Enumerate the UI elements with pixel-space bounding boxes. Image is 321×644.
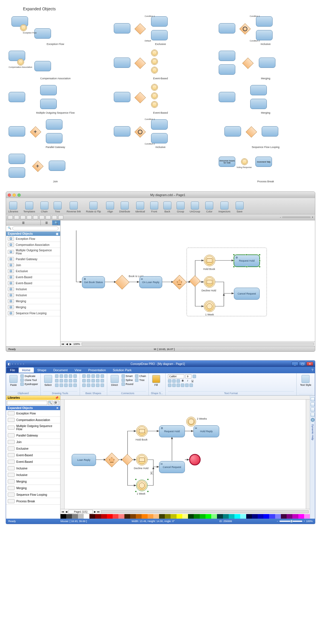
library-item[interactable]: Exception Flow	[6, 410, 60, 417]
library-item[interactable]: Merging	[6, 478, 60, 485]
shape-button[interactable]	[101, 379, 104, 382]
align-middle-button[interactable]	[185, 384, 189, 387]
color-swatch[interactable]	[153, 514, 159, 519]
back-button[interactable]: Back	[163, 202, 171, 213]
italic-button[interactable]: I	[186, 379, 190, 383]
color-swatch[interactable]	[66, 514, 72, 519]
library-item[interactable]: Event-Based	[6, 452, 60, 459]
shape-button[interactable]	[96, 379, 99, 382]
sidebar-item[interactable]: Compensation Association	[6, 242, 60, 248]
sidebar-item[interactable]: Inclusive	[6, 286, 60, 292]
color-swatch[interactable]	[292, 514, 298, 519]
drawing-tool[interactable]	[60, 379, 63, 382]
resize-handle[interactable]	[259, 260, 261, 262]
clone-tool-button[interactable]: Clone Tool	[20, 378, 38, 382]
color-swatch[interactable]	[188, 514, 194, 519]
ribbon-tab-solution-park[interactable]: Solution Park	[109, 368, 135, 373]
color-swatch[interactable]	[130, 514, 136, 519]
tree-button[interactable]: Tree	[135, 378, 146, 382]
pin-icon[interactable]: 📌	[55, 396, 58, 399]
sidebar-item[interactable]: Sequence Flow Looping	[6, 310, 60, 316]
font-grow-icon[interactable]	[193, 375, 196, 378]
align-top-button[interactable]	[181, 384, 184, 387]
zoom-out-icon[interactable]: −	[277, 520, 278, 523]
smart-connector-button[interactable]: Smart	[122, 374, 134, 378]
library-item[interactable]: Sequence Flow Looping	[6, 491, 60, 498]
front-button[interactable]: Front	[150, 202, 158, 213]
ribbon-tab-view[interactable]: View	[71, 368, 85, 373]
timer-event[interactable]	[136, 480, 148, 491]
message-event[interactable]	[204, 276, 215, 288]
drawing-tool[interactable]	[55, 379, 58, 382]
chain-button[interactable]: Chain	[40, 202, 48, 213]
qat-save-icon[interactable]: ▫	[17, 362, 19, 366]
round-connector-button[interactable]: Round	[122, 382, 134, 386]
library-item[interactable]: Event-Based	[6, 459, 60, 465]
drawing-tool[interactable]	[69, 374, 72, 378]
shape-button[interactable]	[87, 374, 90, 378]
ungroup-button[interactable]: UnGroup	[190, 202, 200, 213]
inspectors-button[interactable]: Inspectors	[218, 202, 230, 213]
drawing-tool[interactable]	[60, 374, 63, 378]
sidebar-item[interactable]: Exclusive	[6, 268, 60, 274]
file-tab[interactable]: File	[7, 368, 19, 373]
nav-first-icon[interactable]: ⏮	[62, 343, 64, 345]
vertical-scrollbar[interactable]	[306, 400, 310, 509]
close-button[interactable]: ✕	[306, 362, 313, 366]
sidebar-item[interactable]: Inclusive	[6, 292, 60, 298]
mac-titlebar[interactable]: My diagram.cdd – Page1	[6, 192, 315, 198]
color-swatch[interactable]	[148, 514, 153, 519]
sidebar-item[interactable]: Merging	[6, 304, 60, 310]
color-swatch[interactable]	[275, 514, 281, 519]
text-color-button[interactable]	[168, 379, 171, 383]
library-item[interactable]: Join	[6, 439, 60, 445]
task-get-book-status[interactable]: ⚙Get Book Status	[82, 276, 105, 288]
zoom-icon[interactable]	[17, 193, 21, 197]
shape-button[interactable]	[91, 379, 95, 382]
zoom-slider[interactable]	[279, 521, 302, 522]
color-swatch[interactable]	[72, 514, 78, 519]
shape-button[interactable]	[101, 374, 104, 378]
sidebar-item[interactable]: Exception Flow	[6, 236, 60, 242]
color-swatch[interactable]	[118, 514, 124, 519]
maximize-button[interactable]: ▢	[299, 362, 306, 366]
dynamic-help-tab[interactable]: Dynamic Help	[311, 423, 314, 441]
chain-button[interactable]: Chain	[135, 374, 146, 378]
shape-button[interactable]	[82, 384, 86, 387]
library-item[interactable]: Multiple Outgoing Sequence Flow	[6, 423, 60, 432]
color-swatch[interactable]	[182, 514, 188, 519]
eyedropper-button[interactable]: Eyedropper	[20, 382, 38, 386]
color-swatch[interactable]	[252, 514, 258, 519]
shape-button[interactable]	[91, 384, 95, 387]
tool-button[interactable]	[20, 215, 26, 219]
library-item[interactable]: Inclusive	[6, 465, 60, 472]
qat-new-icon[interactable]: ▫	[12, 362, 13, 366]
tool-button[interactable]	[14, 215, 19, 219]
sidebar-item[interactable]: Parallel Gateway	[6, 256, 60, 262]
message-event[interactable]	[136, 454, 148, 465]
library-item[interactable]: Merging	[6, 485, 60, 491]
resize-handle[interactable]	[246, 266, 248, 268]
mac-canvas[interactable]: ⚙Get Book Status Book is Loan ✉On Loan R…	[60, 220, 315, 346]
tool-button[interactable]	[39, 215, 44, 219]
end-event[interactable]	[189, 454, 201, 465]
color-swatch[interactable]	[101, 514, 107, 519]
color-swatch[interactable]	[234, 514, 240, 519]
drawing-tool[interactable]	[69, 379, 72, 382]
timer-event[interactable]	[186, 417, 196, 426]
sidebar-tab[interactable]: ☰	[6, 220, 41, 225]
color-swatch[interactable]	[84, 514, 89, 519]
direct-button[interactable]: Direct	[109, 374, 120, 387]
shape-button[interactable]	[87, 379, 90, 382]
color-swatch[interactable]	[205, 514, 211, 519]
sidebar-item[interactable]: Join	[6, 262, 60, 268]
underline-button[interactable]: U	[191, 379, 195, 383]
group-button[interactable]: Group	[177, 202, 185, 213]
color-swatch[interactable]	[298, 514, 304, 519]
library-item[interactable]: Process Break	[6, 498, 60, 505]
shape-button[interactable]	[101, 384, 104, 387]
drawing-tool[interactable]	[64, 384, 68, 387]
duplicate-button[interactable]: Duplicate	[20, 374, 38, 378]
align-right-button[interactable]	[177, 384, 180, 387]
timer-event[interactable]	[204, 301, 215, 312]
